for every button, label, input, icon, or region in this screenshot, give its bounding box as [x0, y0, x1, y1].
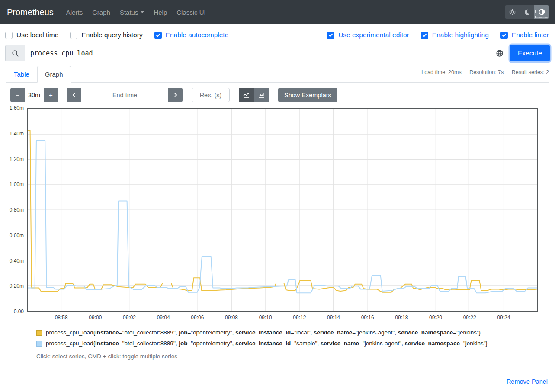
theme-toggle-group: [505, 5, 549, 19]
graph-panel: 0.000.20m0.40m0.60m0.80m1.00m1.20m1.40m1…: [6, 108, 538, 322]
x-tick-label: 09:20: [429, 315, 442, 321]
y-tick-label: 0.60m: [10, 232, 24, 238]
query-stats: Load time: 20ms Resolution: 7s Result se…: [415, 66, 549, 82]
y-tick-label: 1.60m: [10, 105, 24, 111]
checked-checkbox-icon: [421, 32, 428, 39]
tab-graph[interactable]: Graph: [37, 66, 71, 83]
x-tick-label: 08:58: [55, 315, 68, 321]
dark-theme-button[interactable]: [520, 5, 534, 19]
brand-prometheus[interactable]: Prometheus: [7, 7, 54, 17]
legend-metric-text: process_cpu_load{instance="otel_collecto…: [46, 329, 481, 337]
options-left-group: Use local timeEnable query historyEnable…: [5, 31, 228, 39]
nav-item-alerts[interactable]: Alerts: [61, 9, 87, 16]
series-line-sample: [28, 141, 537, 293]
end-time-input[interactable]: [81, 88, 168, 102]
checked-checkbox-icon: [327, 32, 334, 39]
unchecked-checkbox-icon: [70, 32, 77, 39]
show-exemplars-button[interactable]: Show Exemplars: [278, 88, 337, 102]
chevron-left-icon: [71, 92, 77, 98]
graph-controls: − + Show Exemplars: [10, 88, 555, 102]
nav-item-help[interactable]: Help: [149, 9, 172, 16]
checkbox-enable-query-history[interactable]: Enable query history: [70, 31, 142, 39]
x-tick-label: 09:02: [123, 315, 136, 321]
caret-down-icon: [141, 11, 144, 13]
range-input-group: − +: [10, 88, 58, 102]
line-chart-icon: [243, 91, 250, 99]
increase-range-button[interactable]: +: [44, 88, 58, 102]
result-series-stat: Result series: 2: [512, 69, 549, 75]
legend-swatch: [36, 330, 42, 336]
x-tick-label: 09:24: [497, 315, 510, 321]
auto-theme-button[interactable]: [534, 5, 549, 19]
legend-item[interactable]: process_cpu_load{instance="otel_collecto…: [36, 340, 549, 347]
unchecked-checkbox-icon: [5, 32, 13, 39]
x-axis: 08:5809:0009:0209:0409:0609:0809:1009:12…: [6, 312, 538, 322]
checkbox-use-local-time[interactable]: Use local time: [5, 31, 58, 39]
checkbox-label: Enable autocomplete: [166, 31, 229, 39]
line-graph-button[interactable]: [239, 88, 254, 102]
light-theme-button[interactable]: [505, 5, 520, 19]
globe-icon: [496, 49, 504, 57]
x-tick-label: 09:08: [225, 315, 238, 321]
range-input[interactable]: [25, 88, 44, 102]
nav-item-classic-ui[interactable]: Classic UI: [172, 9, 211, 16]
checkbox-label: Use local time: [16, 31, 58, 39]
half-circle-icon: [538, 8, 545, 16]
navbar: Prometheus Alerts Graph Status Help Clas…: [0, 0, 555, 24]
query-row: Execute: [5, 45, 550, 61]
checkbox-use-experimental-editor[interactable]: Use experimental editor: [327, 31, 409, 39]
execute-button[interactable]: Execute: [510, 45, 550, 61]
x-tick-label: 09:10: [259, 315, 272, 321]
y-tick-label: 1.20m: [10, 156, 24, 162]
checkbox-enable-linter[interactable]: Enable linter: [500, 31, 549, 39]
load-time-stat: Load time: 20ms: [421, 69, 461, 75]
area-chart-icon: [258, 91, 265, 99]
end-time-input-group: [67, 88, 183, 102]
tab-table[interactable]: Table: [6, 66, 37, 83]
tab-row: Table Graph Load time: 20ms Resolution: …: [6, 66, 549, 83]
y-tick-label: 1.00m: [10, 181, 24, 187]
tabs: Table Graph: [6, 66, 71, 82]
query-expression-input[interactable]: [25, 45, 490, 61]
x-tick-label: 09:14: [327, 315, 340, 321]
chart-legend: process_cpu_load{instance="otel_collecto…: [36, 329, 549, 347]
metrics-explorer-button[interactable]: [490, 45, 510, 61]
options-right-group: Use experimental editorEnable highlighti…: [327, 31, 549, 39]
checked-checkbox-icon: [500, 32, 508, 39]
y-tick-label: 1.40m: [10, 131, 24, 137]
time-back-button[interactable]: [67, 88, 81, 102]
time-forward-button[interactable]: [168, 88, 183, 102]
x-tick-label: 09:04: [157, 315, 170, 321]
sun-icon: [509, 8, 516, 16]
y-tick-label: 0.20m: [10, 283, 24, 289]
options-row: Use local timeEnable query historyEnable…: [0, 24, 555, 39]
checkbox-enable-autocomplete[interactable]: Enable autocomplete: [154, 31, 229, 39]
graph-type-toggle: [239, 88, 269, 102]
chevron-right-icon: [173, 92, 178, 98]
chart-plot-area[interactable]: [27, 108, 538, 312]
decrease-range-button[interactable]: −: [10, 88, 25, 102]
series-line-local: [28, 130, 537, 292]
x-tick-label: 09:16: [361, 315, 374, 321]
checkbox-label: Enable highlighting: [432, 31, 489, 39]
checkbox-label: Enable linter: [512, 31, 549, 39]
checkbox-label: Use experimental editor: [338, 31, 409, 39]
legend-hint: Click: select series, CMD + click: toggl…: [36, 353, 555, 360]
nav-item-graph[interactable]: Graph: [87, 9, 115, 16]
x-tick-label: 09:06: [191, 315, 204, 321]
y-tick-label: 0.00: [14, 308, 24, 315]
x-tick-label: 09:18: [395, 315, 408, 321]
x-tick-label: 09:00: [89, 315, 102, 321]
nav-item-status[interactable]: Status: [115, 9, 149, 16]
stacked-graph-button[interactable]: [254, 88, 269, 102]
remove-panel-link[interactable]: Remove Panel: [507, 378, 548, 385]
x-tick-label: 09:12: [293, 315, 306, 321]
y-tick-label: 0.40m: [10, 258, 24, 264]
x-tick-label: 09:22: [463, 315, 476, 321]
resolution-input[interactable]: [192, 88, 230, 102]
checked-checkbox-icon: [154, 32, 162, 39]
checkbox-enable-highlighting[interactable]: Enable highlighting: [421, 31, 489, 39]
legend-item[interactable]: process_cpu_load{instance="otel_collecto…: [36, 329, 549, 337]
y-tick-label: 0.80m: [10, 207, 24, 213]
legend-swatch: [36, 341, 42, 347]
